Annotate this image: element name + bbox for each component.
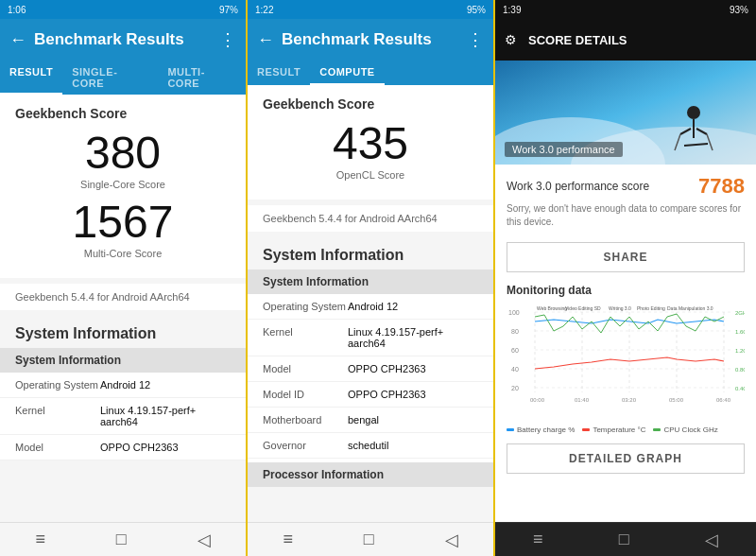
sys-info-row-model-1: Model OPPO CPH2363: [0, 435, 246, 460]
nav-menu-1[interactable]: ≡: [35, 530, 45, 549]
work-score-row: Work 3.0 performance score 7788: [495, 165, 756, 202]
sys-info-key-kernel-2: Kernel: [263, 326, 348, 338]
legend-label-temp: Temperature °C: [593, 426, 645, 434]
status-battery-3: 93%: [730, 5, 748, 15]
status-bar-1: 1:06 97%: [0, 0, 246, 19]
sys-info-row-modelid-2: Model ID OPPO CPH2363: [248, 382, 493, 408]
svg-text:0.4GHz: 0.4GHz: [735, 386, 745, 391]
sys-info-row-os-1: Operating System Android 12: [0, 373, 246, 398]
svg-text:Data Manipulation 3.0: Data Manipulation 3.0: [667, 305, 713, 311]
score-section-title-1: Geekbench Score: [15, 106, 231, 121]
svg-text:2GHz: 2GHz: [735, 310, 745, 316]
status-time-2: 1:22: [255, 5, 273, 15]
svg-text:60: 60: [511, 347, 519, 354]
nav-home-3[interactable]: □: [619, 530, 629, 549]
content-2: Geekbench Score 435 OpenCL Score Geekben…: [248, 85, 493, 522]
chart-legend: Battery charge % Temperature °C CPU Cloc…: [495, 424, 756, 438]
sys-info-val-gov-2: schedutil: [348, 440, 478, 451]
nav-back-3[interactable]: ◁: [705, 530, 718, 550]
sys-info-val-kernel-1: Linux 4.19.157-perf+ aarch64: [100, 405, 231, 427]
sys-info-val-os-2: Android 12: [348, 301, 478, 312]
detailed-graph-button[interactable]: DETAILED GRAPH: [507, 443, 745, 474]
tab-row-2: RESULT COMPUTE: [248, 61, 493, 85]
sys-info-key-os-2: Operating System: [263, 301, 348, 312]
tab-compute-2[interactable]: COMPUTE: [310, 61, 385, 85]
svg-text:Video Editing SD: Video Editing SD: [565, 305, 601, 311]
nav-menu-3[interactable]: ≡: [533, 530, 543, 549]
phone-panel-1: 1:06 97% ← Benchmark Results ⋮ RESULT SI…: [0, 0, 248, 556]
back-button-1[interactable]: ←: [9, 30, 26, 50]
svg-text:03:20: 03:20: [622, 397, 637, 403]
menu-button-2[interactable]: ⋮: [467, 29, 484, 50]
app-bar-1: ← Benchmark Results ⋮: [0, 19, 246, 61]
sys-info-val-kernel-2: Linux 4.19.157-perf+ aarch64: [348, 326, 478, 349]
score-section-title-2: Geekbench Score: [263, 96, 478, 112]
svg-text:00:00: 00:00: [530, 397, 545, 403]
bottom-nav-2: ≡ □ ◁: [248, 522, 493, 556]
legend-temp: Temperature °C: [582, 426, 645, 434]
svg-text:100: 100: [508, 309, 520, 316]
nav-back-1[interactable]: ◁: [198, 530, 211, 550]
sys-info-row-model-2: Model OPPO CPH2363: [248, 356, 493, 382]
sys-info-table-2: System Information Operating System Andr…: [248, 269, 493, 487]
work-score-label: Work 3.0 performance score: [507, 180, 693, 193]
nav-home-1[interactable]: □: [116, 530, 127, 549]
status-battery-1: 97%: [219, 5, 238, 15]
svg-text:40: 40: [511, 366, 519, 373]
tab-single-core-1[interactable]: SINGLE-CORE: [62, 61, 158, 95]
tab-result-2[interactable]: RESULT: [248, 61, 310, 85]
legend-dot-temp: [582, 428, 590, 431]
score-details-icon: ⚙: [505, 32, 517, 47]
svg-text:1.2GHz: 1.2GHz: [735, 348, 745, 354]
nav-back-2[interactable]: ◁: [445, 530, 458, 550]
opencl-value-2: 435: [263, 119, 478, 169]
sys-info-val-model-2: OPPO CPH2363: [348, 363, 478, 374]
legend-dot-cpu: [653, 428, 661, 431]
app-bar-2: ← Benchmark Results ⋮: [248, 19, 493, 61]
phone-panel-2: 1:22 95% ← Benchmark Results ⋮ RESULT CO…: [248, 0, 495, 556]
sys-info-row-kernel-2: Kernel Linux 4.19.157-perf+ aarch64: [248, 320, 493, 356]
phone-panel-3: 1:39 93% ⚙ SCORE DETAILS: [495, 0, 756, 556]
menu-button-1[interactable]: ⋮: [219, 29, 236, 50]
bottom-nav-3: ≡ □ ◁: [495, 522, 756, 556]
geekbench-version-2: Geekbench 5.4.4 for Android AArch64: [248, 205, 493, 232]
processor-info-header-2: Processor Information: [248, 462, 493, 487]
score-details-content: Work 3.0 performance Work 3.0 performanc…: [495, 61, 756, 522]
sys-info-key-os-1: Operating System: [15, 379, 100, 391]
legend-cpu: CPU Clock GHz: [653, 426, 717, 434]
sys-info-row-kernel-1: Kernel Linux 4.19.157-perf+ aarch64: [0, 398, 246, 435]
legend-label-battery: Battery charge %: [517, 426, 575, 434]
app-bar-title-2: Benchmark Results: [282, 30, 459, 49]
sys-info-table-1: System Information Operating System Andr…: [0, 348, 246, 460]
svg-text:Writing 3.0: Writing 3.0: [609, 305, 631, 311]
nav-home-2[interactable]: □: [364, 530, 374, 549]
geekbench-score-section-2: Geekbench Score 435 OpenCL Score: [248, 85, 493, 200]
chart-area: 100 80 60 40 20 2GHz 1.6GHz 1.2GHz 0.8GH…: [495, 299, 756, 424]
work-score-value: 7788: [698, 174, 745, 199]
svg-text:80: 80: [511, 328, 519, 335]
status-time-3: 1:39: [503, 5, 521, 15]
content-1: Geekbench Score 380 Single-Core Score 15…: [0, 95, 246, 522]
hero-label: Work 3.0 performance: [505, 142, 623, 157]
app-bar-3: ⚙ SCORE DETAILS: [495, 19, 756, 61]
tab-multi-core-1[interactable]: MULTI-CORE: [158, 61, 246, 95]
back-button-2[interactable]: ←: [257, 30, 274, 50]
multi-core-label-1: Multi-Core Score: [15, 248, 231, 259]
sys-info-val-model-1: OPPO CPH2363: [100, 442, 231, 453]
status-bar-3: 1:39 93%: [495, 0, 756, 19]
share-button[interactable]: SHARE: [507, 242, 745, 272]
svg-text:05:00: 05:00: [669, 397, 684, 403]
svg-point-3: [687, 106, 700, 119]
work-note: Sorry, we don't have enough data to comp…: [495, 202, 756, 236]
app-bar-title-3: SCORE DETAILS: [528, 33, 747, 47]
sys-info-row-gov-2: Governor schedutil: [248, 433, 493, 459]
sys-info-val-mobo-2: bengal: [348, 414, 478, 426]
single-core-value-1: 380: [15, 129, 231, 179]
tab-result-1[interactable]: RESULT: [0, 61, 62, 95]
sys-info-key-kernel-1: Kernel: [15, 405, 100, 416]
hero-image: Work 3.0 performance: [495, 61, 756, 165]
geekbench-version-1: Geekbench 5.4.4 for Android AArch64: [0, 284, 246, 310]
sys-info-header-1: System Information: [0, 316, 246, 348]
legend-battery: Battery charge %: [507, 426, 575, 434]
nav-menu-2[interactable]: ≡: [283, 530, 293, 549]
